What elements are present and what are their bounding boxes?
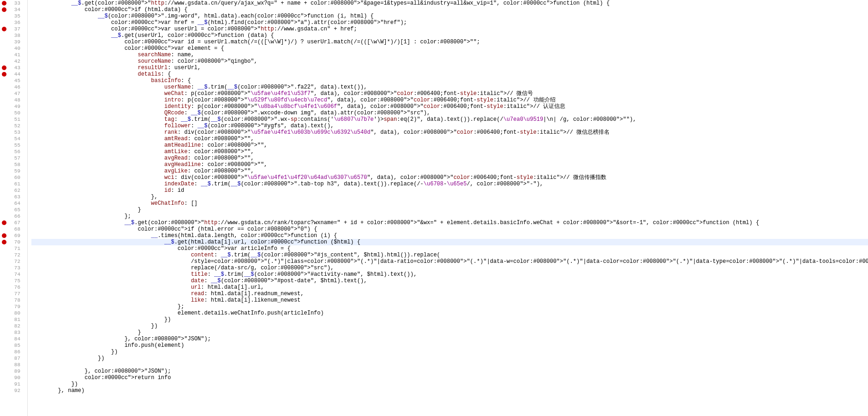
breakpoint-col[interactable]	[0, 336, 8, 342]
breakpoint-col[interactable]	[0, 297, 8, 303]
breakpoint-col[interactable]	[0, 77, 8, 84]
line-number: 75	[8, 278, 23, 284]
breakpoint-col[interactable]	[0, 45, 8, 52]
breakpoint-col[interactable]	[0, 329, 8, 336]
breakpoint-col[interactable]	[0, 6, 8, 13]
code-line: }	[31, 329, 868, 336]
gutter-row: 69	[0, 232, 27, 239]
breakpoint-col[interactable]	[0, 213, 8, 220]
breakpoint-col[interactable]	[0, 194, 8, 200]
breakpoint-col[interactable]	[0, 123, 8, 129]
breakpoint-col[interactable]	[0, 90, 8, 97]
breakpoint-col[interactable]	[0, 387, 8, 394]
breakpoint-col[interactable]	[0, 65, 8, 71]
breakpoint-col[interactable]	[0, 71, 8, 77]
breakpoint-col[interactable]	[0, 58, 8, 65]
breakpoint-col[interactable]	[0, 239, 8, 245]
breakpoint-col[interactable]	[0, 362, 8, 368]
code-line: color:#0000cc">var userUrl = color:#0080…	[31, 26, 868, 32]
gutter-row: 35	[0, 13, 27, 19]
gutter-row: 68	[0, 226, 27, 232]
breakpoint-col[interactable]	[0, 271, 8, 278]
breakpoint-col[interactable]	[0, 19, 8, 26]
breakpoint-col[interactable]	[0, 310, 8, 316]
line-number: 37	[8, 26, 23, 32]
breakpoint-col[interactable]	[0, 116, 8, 123]
breakpoint-col[interactable]	[0, 258, 8, 265]
line-number: 86	[8, 349, 23, 355]
breakpoint-col[interactable]	[0, 187, 8, 194]
breakpoint-col[interactable]	[0, 97, 8, 103]
breakpoint-dot	[2, 233, 6, 238]
line-number: 73	[8, 265, 23, 271]
breakpoint-col[interactable]	[0, 374, 8, 381]
breakpoint-col[interactable]	[0, 349, 8, 355]
breakpoint-col[interactable]	[0, 316, 8, 323]
line-number: 61	[8, 181, 23, 187]
code-line: avgHeadline: color:#008000">"",	[31, 161, 868, 168]
breakpoint-col[interactable]	[0, 220, 8, 226]
breakpoint-col[interactable]	[0, 39, 8, 45]
gutter-row: 80	[0, 310, 27, 316]
gutter-row: 59	[0, 168, 27, 174]
breakpoint-col[interactable]	[0, 284, 8, 291]
code-line: amtRead: color:#008000">"",	[31, 136, 868, 142]
breakpoint-col[interactable]	[0, 278, 8, 284]
breakpoint-col[interactable]	[0, 168, 8, 174]
breakpoint-col[interactable]	[0, 355, 8, 362]
breakpoint-col[interactable]	[0, 200, 8, 207]
line-number: 42	[8, 58, 23, 65]
line-number: 54	[8, 136, 23, 142]
breakpoint-col[interactable]	[0, 265, 8, 271]
code-line: title: __$.trim(__$(color:#008000">"#act…	[31, 271, 868, 278]
breakpoint-col[interactable]	[0, 142, 8, 149]
code-line: sourceName: color:#008000">"qingbo",	[31, 58, 868, 65]
gutter-row: 89	[0, 368, 27, 374]
breakpoint-col[interactable]	[0, 342, 8, 349]
line-number: 57	[8, 155, 23, 161]
code-area: __$.get(color:#008000">"http://www.gsdat…	[28, 0, 868, 416]
breakpoint-col[interactable]	[0, 174, 8, 181]
breakpoint-col[interactable]	[0, 252, 8, 258]
code-line: details: {	[31, 71, 868, 77]
breakpoint-col[interactable]	[0, 323, 8, 329]
breakpoint-col[interactable]	[0, 245, 8, 252]
breakpoint-col[interactable]	[0, 368, 8, 374]
code-line: color:#0000cc">if (html.error == color:#…	[31, 226, 868, 232]
line-number: 72	[8, 252, 23, 258]
breakpoint-col[interactable]	[0, 149, 8, 155]
breakpoint-col[interactable]	[0, 13, 8, 19]
code-line: })	[31, 316, 868, 323]
line-number: 45	[8, 77, 23, 84]
breakpoint-col[interactable]	[0, 232, 8, 239]
breakpoint-col[interactable]	[0, 129, 8, 136]
breakpoint-col[interactable]	[0, 291, 8, 297]
breakpoint-col[interactable]	[0, 161, 8, 168]
breakpoint-col[interactable]	[0, 52, 8, 58]
gutter-row: 86	[0, 349, 27, 355]
gutter-row: 39	[0, 39, 27, 45]
breakpoint-col[interactable]	[0, 181, 8, 187]
code-line: like: html.data[i].likenum_newest	[31, 297, 868, 303]
gutter-row: 64	[0, 200, 27, 207]
breakpoint-col[interactable]	[0, 84, 8, 90]
breakpoint-col[interactable]	[0, 381, 8, 387]
breakpoint-col[interactable]	[0, 303, 8, 310]
code-line: color:#0000cc">if (html.data) {	[31, 6, 868, 13]
code-line: color:#0000cc">var id = userUrl.match(/=…	[31, 39, 868, 45]
line-number: 38	[8, 32, 23, 39]
gutter-row: 58	[0, 161, 27, 168]
breakpoint-col[interactable]	[0, 103, 8, 110]
breakpoint-col[interactable]	[0, 0, 8, 6]
breakpoint-col[interactable]	[0, 136, 8, 142]
breakpoint-col[interactable]	[0, 110, 8, 116]
breakpoint-col[interactable]	[0, 226, 8, 232]
breakpoint-col[interactable]	[0, 26, 8, 32]
code-line: weChat: p(color:#008000">"\u5fae\u4fe1\u…	[31, 90, 868, 97]
code-line: color:#0000cc">var href = __$(html).find…	[31, 19, 868, 26]
breakpoint-col[interactable]	[0, 207, 8, 213]
gutter-row: 42	[0, 58, 27, 65]
gutter-row: 72	[0, 258, 27, 265]
breakpoint-col[interactable]	[0, 32, 8, 39]
breakpoint-col[interactable]	[0, 155, 8, 161]
